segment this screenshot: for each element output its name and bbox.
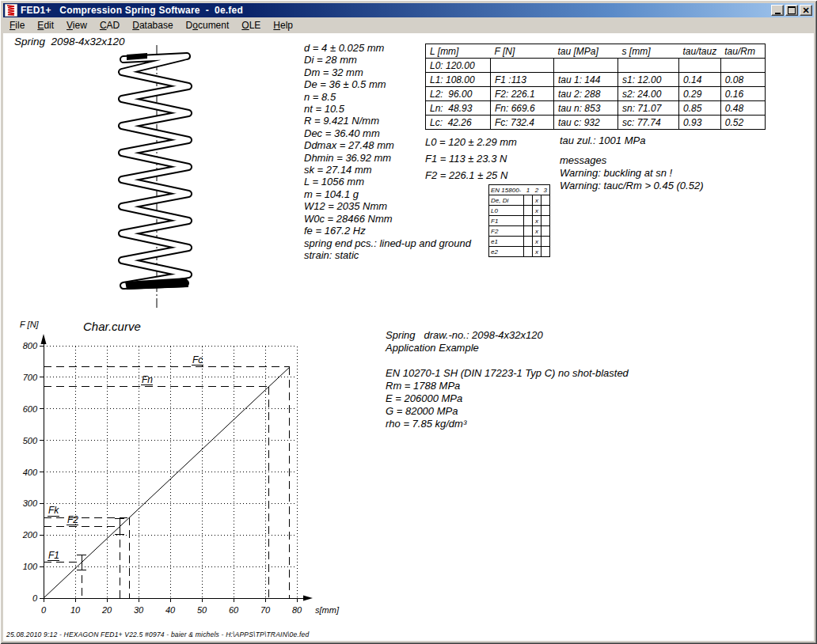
svg-text:20: 20 (101, 605, 112, 615)
table-cell: tau 2: 288 (554, 87, 618, 101)
svg-text:100: 100 (23, 562, 38, 571)
app-window: FED1+ Compression Spring Software - 0e.f… (0, 0, 817, 644)
grade-mark: x (533, 216, 542, 226)
svg-text:Char.curve: Char.curve (83, 320, 141, 333)
text-line: W0c = 28466 Nmm (304, 213, 471, 225)
text-line: spring end pcs.: lined-up and ground (304, 237, 471, 249)
table-row: F1x (489, 216, 550, 226)
grade-mark (542, 216, 550, 226)
grade-mark (524, 226, 533, 237)
app-icon[interactable] (5, 4, 17, 17)
spring-drawing (111, 44, 200, 309)
grade-mark (542, 237, 550, 247)
grade-mark: x (533, 195, 542, 206)
menu-cad[interactable]: CAD (93, 18, 126, 32)
text-line: F1 = 113 ± 23.3 N (425, 150, 517, 167)
svg-text:30: 30 (134, 605, 144, 615)
table-cell: L0: 120.00 (426, 59, 491, 73)
row-label: De, Di (489, 195, 524, 206)
text-line: strain: static (304, 249, 471, 261)
chart-ticks: 0102030405060708001002003004005006007008… (22, 341, 302, 615)
svg-text:F1: F1 (48, 550, 59, 561)
table-header-row: L [mm]F [N]tau [MPa]s [mm]tau/tauztau/Rm (426, 44, 766, 59)
minimize-icon (775, 13, 781, 14)
table-cell: 0.52 (720, 116, 765, 130)
text-line: E = 206000 MPa (386, 392, 629, 405)
text-line: m = 104.1 g (304, 188, 471, 200)
document-canvas: Spring 2098-4x32x120 d = 4 ± 0.025 mmDi … (3, 33, 814, 641)
grade-mark (524, 206, 533, 216)
grade-mark (524, 247, 533, 257)
svg-text:50: 50 (197, 605, 207, 615)
table-cell: Fc: 732.4 (491, 116, 554, 130)
menu-view[interactable]: View (60, 18, 93, 32)
svg-text:F2: F2 (67, 514, 78, 525)
table-header-row: EN 15800-123 (489, 185, 550, 195)
material-info-block: Spring draw.-no.: 2098-4x32x120Applicati… (386, 329, 629, 430)
column-header: 3 (542, 185, 550, 195)
table-row: e1x (489, 237, 550, 247)
column-header: 1 (524, 185, 533, 195)
table-cell: 0.29 (679, 87, 721, 101)
close-icon: ✕ (802, 6, 809, 14)
table-cell: F1 :113 (491, 73, 554, 87)
menu-help[interactable]: Help (267, 18, 299, 32)
table-cell: 0.16 (720, 87, 765, 101)
text-line: G = 82000 MPa (386, 405, 629, 418)
text-line: F2 = 226.1 ± 25 N (425, 167, 517, 184)
menu-document[interactable]: Document (180, 18, 236, 32)
table-row: L2: 96.00F2: 226.1tau 2: 288s2: 24.000.2… (426, 87, 766, 101)
column-header: EN 15800- (489, 185, 524, 195)
grade-mark (524, 237, 533, 247)
text-line: Rm = 1788 MPa (386, 380, 629, 392)
text-line: rho = 7.85 kg/dm³ (386, 418, 629, 430)
table-cell: tau n: 853 (554, 101, 618, 116)
table-cell (720, 59, 765, 73)
svg-text:60: 60 (229, 605, 239, 615)
table-row: L0x (489, 206, 550, 216)
column-header: tau/tauz (679, 44, 721, 59)
menu-ole[interactable]: OLE (235, 18, 267, 32)
table-cell: 0.85 (679, 101, 721, 116)
table-cell: L1: 108.00 (426, 73, 491, 87)
grade-mark: x (533, 237, 542, 247)
table-cell (679, 59, 721, 73)
minimize-button[interactable] (771, 5, 784, 16)
svg-text:300: 300 (23, 498, 38, 508)
table-row: L0: 120.00 (426, 59, 766, 73)
maximize-button[interactable] (785, 5, 798, 16)
text-line: EN 10270-1 SH (DIN 17223-1 Typ C) no sho… (386, 367, 629, 380)
text-line (386, 354, 629, 367)
row-label: L0 (489, 206, 524, 216)
table-cell: tau 1: 144 (554, 73, 618, 87)
svg-text:10: 10 (70, 605, 81, 615)
table-cell: 0.48 (720, 101, 765, 116)
column-header: s [mm] (618, 44, 679, 59)
grade-mark (542, 226, 550, 237)
table-cell: 0.93 (679, 116, 721, 130)
text-line: Spring draw.-no.: 2098-4x32x120 (386, 329, 629, 342)
svg-text:200: 200 (22, 530, 38, 540)
title-bar: FED1+ Compression Spring Software - 0e.f… (3, 3, 814, 17)
tau-zul-value: tau zul.: 1001 MPa (560, 134, 645, 146)
menu-edit[interactable]: Edit (31, 18, 60, 32)
grade-mark: x (533, 206, 542, 216)
table-cell: s2: 24.00 (618, 87, 679, 101)
menu-database[interactable]: Database (126, 18, 179, 32)
messages-block: messagesWarning: buckling at sn !Warning… (560, 154, 704, 192)
close-button[interactable]: ✕ (800, 5, 812, 16)
text-line: fe = 167.2 Hz (304, 225, 471, 237)
tolerance-block: L0 = 120 ± 2.29 mmF1 = 113 ± 23.3 NF2 = … (425, 134, 517, 184)
menu-file[interactable]: File (3, 18, 31, 32)
svg-text:700: 700 (23, 373, 38, 382)
table-cell: 0.08 (720, 73, 765, 87)
column-header: L [mm] (426, 44, 491, 59)
grade-mark (524, 216, 533, 226)
maximize-icon (788, 6, 796, 14)
svg-text:0: 0 (41, 605, 47, 615)
status-line: 25.08.2010 9:12 - HEXAGON FED1+ V22.5 #0… (6, 631, 309, 638)
table-row: L1: 108.00F1 :113tau 1: 144s1: 12.000.14… (426, 73, 766, 87)
row-label: e2 (489, 247, 524, 257)
row-label: F1 (489, 216, 524, 226)
chart-labels: Char.curveF [N]s[mm] (20, 320, 340, 615)
